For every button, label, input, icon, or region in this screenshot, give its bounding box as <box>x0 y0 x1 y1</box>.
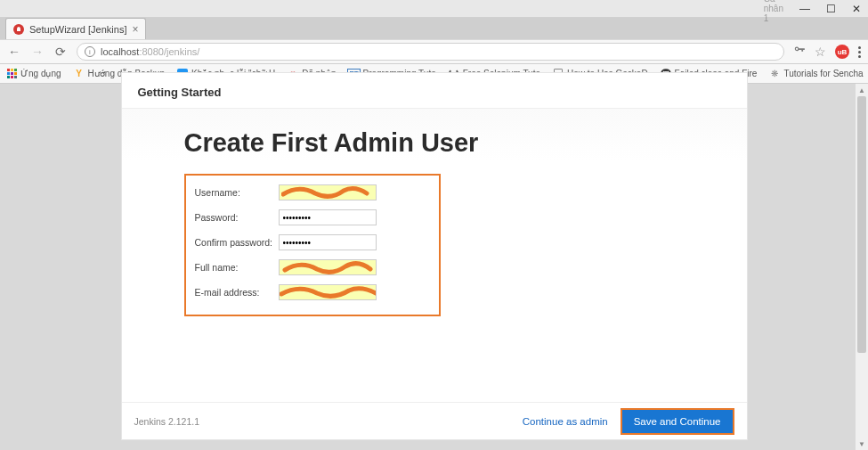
browser-tab[interactable]: SetupWizard [Jenkins] × <box>5 18 146 39</box>
page-title: Create First Admin User <box>184 128 747 158</box>
admin-user-form: Username: Password: Confirm password: Fu… <box>184 174 441 316</box>
scrollbar-thumb[interactable] <box>857 96 866 353</box>
row-confirm-password: Confirm password: <box>195 234 430 250</box>
bookmark-icon: ❋ <box>769 69 780 79</box>
site-info-icon[interactable]: i <box>85 46 95 57</box>
label-fullname: Full name: <box>195 262 279 273</box>
row-email: E-mail address: <box>195 284 430 300</box>
scroll-down-arrow[interactable]: ▼ <box>856 438 868 450</box>
window-maximize-button[interactable]: ☐ <box>826 3 836 15</box>
scroll-up-arrow[interactable]: ▲ <box>856 84 868 96</box>
nav-reload-button[interactable]: ⟳ <box>53 45 68 59</box>
window-controls: Cá nhân 1 — ☐ ✕ <box>0 0 868 18</box>
window-minimize-button[interactable]: — <box>799 3 810 15</box>
browser-menu-button[interactable] <box>858 46 861 58</box>
bookmark-item[interactable]: ❋Tutorials for Sencha <box>769 69 863 79</box>
label-confirm-password: Confirm password: <box>195 237 279 248</box>
apps-button[interactable]: Ứng dụng <box>7 69 61 78</box>
password-field[interactable] <box>279 209 377 225</box>
wizard-body: Create First Admin User Username: Passwo… <box>122 109 747 402</box>
nav-back-button[interactable]: ← <box>7 45 21 59</box>
profile-label[interactable]: Cá nhân 1 <box>764 0 783 23</box>
save-and-continue-button[interactable]: Save and Continue <box>621 408 734 435</box>
label-username: Username: <box>195 187 279 198</box>
bookmark-icon: Y <box>74 69 85 79</box>
wizard-header: Getting Started <box>122 73 747 109</box>
row-fullname: Full name: <box>195 259 430 275</box>
url-text: localhost:8080/jenkins/ <box>101 46 199 57</box>
label-password: Password: <box>195 212 279 223</box>
fullname-field[interactable] <box>279 259 377 275</box>
apps-label: Ứng dụng <box>20 69 61 78</box>
password-key-icon[interactable] <box>793 44 806 60</box>
row-username: Username: <box>195 184 430 200</box>
email-field[interactable] <box>279 284 377 300</box>
address-bar-actions: ☆ uB <box>793 44 861 60</box>
setup-wizard-dialog: Getting Started Create First Admin User … <box>122 73 747 439</box>
username-field[interactable] <box>279 184 377 200</box>
jenkins-favicon <box>13 24 24 35</box>
apps-grid-icon <box>7 69 17 78</box>
page-viewport: Getting Started Create First Admin User … <box>0 84 868 450</box>
label-email: E-mail address: <box>195 287 279 298</box>
address-bar-row: ← → ⟳ i localhost:8080/jenkins/ ☆ uB <box>0 39 868 64</box>
confirm-password-field[interactable] <box>279 234 377 250</box>
tab-strip: SetupWizard [Jenkins] × <box>0 18 868 39</box>
window-close-button[interactable]: ✕ <box>852 3 861 15</box>
tab-title: SetupWizard [Jenkins] <box>29 24 126 35</box>
wizard-footer: Jenkins 2.121.1 Continue as admin Save a… <box>122 402 747 439</box>
jenkins-version: Jenkins 2.121.1 <box>134 416 200 427</box>
vertical-scrollbar[interactable]: ▲ ▼ <box>856 84 868 450</box>
row-password: Password: <box>195 209 430 225</box>
tab-close-button[interactable]: × <box>132 23 138 36</box>
bookmark-star-icon[interactable]: ☆ <box>815 45 826 59</box>
ublock-extension-icon[interactable]: uB <box>835 45 849 59</box>
continue-as-admin-link[interactable]: Continue as admin <box>523 416 608 427</box>
nav-forward-button[interactable]: → <box>30 45 45 59</box>
address-bar[interactable]: i localhost:8080/jenkins/ <box>77 43 784 61</box>
